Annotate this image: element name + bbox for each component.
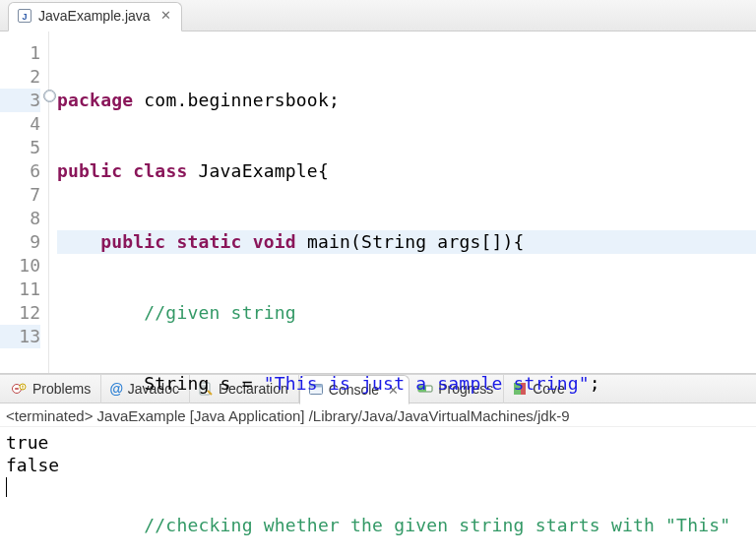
code-line: public class JavaExample{ [57,159,756,183]
code-line: //given string [57,301,756,325]
code-line: public static void main(String args[]){ [57,230,756,254]
line-number: 10 [0,254,40,278]
editor-tab-label: JavaExample.java [38,8,151,24]
line-number: 12 [0,301,40,325]
line-number: 4 [0,112,40,136]
code-editor[interactable]: 1 2 3 4 5 6 7 8 9 10 11 12 13 package co… [0,31,756,374]
line-number: 8 [0,207,40,230]
java-file-icon: J [17,8,32,24]
line-number: 5 [0,136,40,159]
line-number-gutter: 1 2 3 4 5 6 7 8 9 10 11 12 13 [0,31,49,373]
close-icon[interactable]: ✕ [157,8,171,23]
line-number: 2 [0,65,40,89]
code-line [57,443,756,466]
line-number: 7 [0,183,40,207]
svg-text:J: J [22,11,27,21]
editor-tab-active[interactable]: J JavaExample.java ✕ [8,2,182,31]
text-cursor [6,477,7,497]
editor-tab-bar: J JavaExample.java ✕ [0,0,756,31]
svg-point-5 [22,388,23,389]
console-line: false [6,455,59,475]
line-number: 1 [0,41,40,65]
line-number: 9 [0,230,40,254]
line-number: 13 [0,325,40,348]
line-number: 6 [0,159,40,183]
svg-rect-3 [15,388,19,390]
code-line: package com.beginnersbook; [57,89,756,112]
code-content[interactable]: package com.beginnersbook; public class … [49,31,756,373]
line-number: 11 [0,278,40,301]
problems-icon [12,381,28,397]
code-line: //checking whether the given string star… [57,514,756,537]
line-number: 3 [0,89,40,112]
code-line: String s = "This is just a sample string… [57,372,756,396]
console-line: true [6,432,48,453]
